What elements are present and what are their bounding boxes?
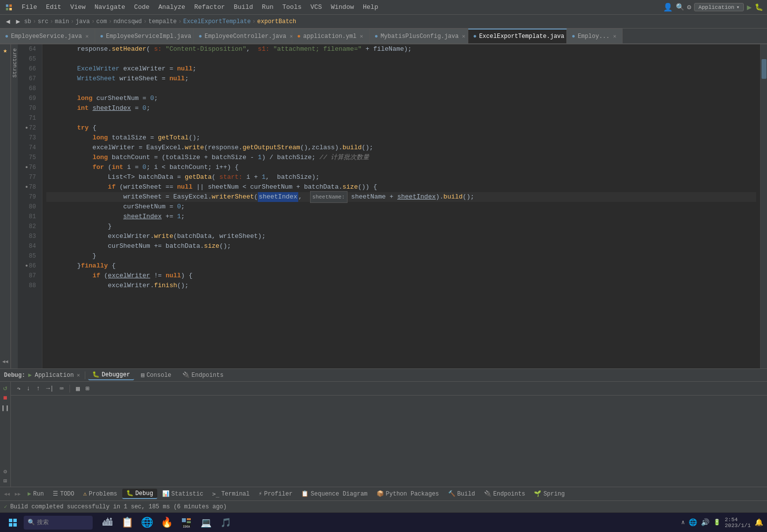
settings-icon[interactable]: ⚙	[687, 3, 691, 11]
tab-run[interactable]: ▶ Run	[24, 489, 48, 499]
frames-icon[interactable]: ▦	[74, 384, 82, 394]
run-to-cursor-icon[interactable]: →|	[44, 384, 56, 393]
bc-ndncsqwd[interactable]: ndncsqwd	[113, 18, 142, 25]
tab-sequence[interactable]: 📋 Sequence Diagram	[297, 489, 371, 499]
bc-main[interactable]: main	[55, 18, 69, 25]
status-icon: ✓	[4, 503, 7, 510]
tab-debug[interactable]: 🐛 Debug	[122, 489, 157, 499]
menu-run[interactable]: Run	[258, 2, 277, 12]
bc-com[interactable]: com	[96, 18, 107, 25]
bc-class[interactable]: ExcelExportTemplate	[183, 18, 251, 25]
taskbar-app-browser[interactable]: 🌐	[138, 514, 156, 532]
tab-excel-export[interactable]: ● ExcelExportTemplate.java ✕	[468, 29, 567, 43]
step-out-icon[interactable]: ↑	[35, 384, 42, 393]
run-tab-label: Run	[33, 491, 44, 498]
tab-application-yml[interactable]: ● application.yml ✕	[292, 29, 370, 43]
debug-left-sidebar: ↺ ■ ❙❙ ⚙ ⊞	[0, 382, 11, 487]
menu-vcs[interactable]: VCS	[307, 2, 326, 12]
start-button[interactable]	[4, 514, 22, 532]
taskbar-app-media[interactable]: 🎵	[217, 514, 235, 532]
debug-settings-icon[interactable]: ⚙	[3, 468, 7, 475]
code-text[interactable]: response.setHeader( s: "Content-Disposit…	[42, 44, 760, 368]
tab-spring[interactable]: 🌱 Spring	[530, 489, 568, 499]
favorites-icon[interactable]: ★	[3, 46, 7, 55]
menu-refactor[interactable]: Refactor	[190, 2, 229, 12]
menu-navigate[interactable]: Navigate	[91, 2, 129, 12]
close-tab-icon[interactable]: ✕	[461, 33, 466, 39]
tab-profiler[interactable]: ⚡ Profiler	[254, 489, 296, 499]
menu-build[interactable]: Build	[230, 2, 257, 12]
endpoints-tab[interactable]: 🔌 Endpoints	[178, 370, 228, 380]
taskbar-app-explorer[interactable]: 🏙	[99, 514, 116, 532]
close-tab-icon[interactable]: ✕	[359, 33, 364, 39]
tray-expand[interactable]: ∧	[681, 519, 685, 526]
notification-icon[interactable]: 🔔	[755, 518, 763, 527]
menu-file[interactable]: File	[18, 2, 41, 12]
menu-tools[interactable]: Tools	[279, 2, 306, 12]
tab-employee-service[interactable]: ● EmployeeService.java ✕	[0, 29, 95, 43]
close-debug-session-icon[interactable]: ✕	[77, 372, 80, 378]
tray-network[interactable]: 🌐	[689, 518, 697, 527]
expand-right[interactable]: ▶▶	[13, 490, 23, 498]
tab-problems[interactable]: ⚠ Problems	[79, 489, 121, 499]
tab-build[interactable]: 🔨 Build	[444, 489, 479, 499]
debug-session-icon[interactable]: ▶	[28, 371, 32, 379]
tab-employee-service-impl[interactable]: ● EmployeeServiceImpl.java ✕	[95, 29, 194, 43]
svg-rect-7	[13, 523, 17, 527]
step-into-icon[interactable]: ↓	[25, 384, 33, 393]
close-tab-icon[interactable]: ✕	[612, 33, 618, 39]
taskbar-app-fire[interactable]: 🔥	[158, 514, 175, 532]
close-tab-icon[interactable]: ✕	[84, 33, 90, 39]
bc-tempalte[interactable]: tempalte	[148, 18, 177, 25]
search-icon[interactable]: 🔍	[676, 3, 684, 11]
console-tab[interactable]: ▤ Console	[137, 370, 175, 380]
bc-java[interactable]: java	[75, 18, 90, 25]
menu-window[interactable]: Window	[327, 2, 358, 12]
menu-analyze[interactable]: Analyze	[154, 2, 189, 12]
tab-mybatis-config[interactable]: ● MybatisPlusConfig.java ✕	[370, 29, 468, 43]
run-button[interactable]: ▶	[747, 2, 752, 12]
menu-view[interactable]: View	[66, 2, 89, 12]
run-config-dropdown[interactable]: Application ▾	[694, 3, 744, 11]
evaluate-icon[interactable]: ⌨	[58, 384, 66, 394]
tray-battery[interactable]: 🔋	[713, 519, 721, 526]
debug-run-button[interactable]: 🐛	[755, 3, 763, 11]
taskbar-app-term[interactable]: 💻	[197, 514, 215, 532]
line-78: ●78	[18, 182, 39, 192]
debugger-tab[interactable]: 🐛 Debugger	[88, 370, 134, 380]
tab-python[interactable]: 📦 Python Packages	[373, 489, 443, 499]
expand-collapse-icon[interactable]: ◀◀	[2, 359, 8, 365]
bc-sb[interactable]: sb	[24, 18, 31, 25]
scrollbar-indicator[interactable]	[762, 59, 767, 79]
build-tab-icon: 🔨	[448, 490, 455, 498]
debug-layout-icon[interactable]: ⊞	[3, 477, 7, 485]
menu-help[interactable]: Help	[359, 2, 382, 12]
step-over-icon[interactable]: ↷	[15, 384, 23, 394]
tab-employee-controller[interactable]: ● EmployeeController.java ✕	[194, 29, 292, 43]
tab-todo[interactable]: ☰ TODO	[49, 489, 78, 499]
bc-method[interactable]: exportBatch	[257, 18, 296, 25]
taskbar-search[interactable]: 🔍 搜索	[24, 516, 93, 530]
bc-src[interactable]: src	[37, 18, 48, 25]
debug-pause-icon[interactable]: ❙❙	[1, 404, 9, 412]
tab-employ-more[interactable]: ● Employ... ✕	[567, 29, 623, 43]
structure-label[interactable]: Structure	[11, 46, 19, 79]
profile-icon[interactable]: 👤	[663, 2, 673, 12]
expand-collapse-all[interactable]: ◀◀	[2, 490, 12, 498]
tab-endpoints[interactable]: 🔌 Endpoints	[480, 489, 529, 499]
svg-rect-0	[6, 4, 8, 7]
taskbar-app-intellij[interactable]: IDEA	[177, 514, 195, 532]
taskbar-app-files[interactable]: 📋	[118, 514, 136, 532]
debug-restart-icon[interactable]: ↺	[3, 384, 7, 392]
variables-icon[interactable]: ⊞	[84, 384, 92, 394]
back-button[interactable]: ◀	[4, 16, 12, 27]
tray-volume[interactable]: 🔊	[701, 518, 709, 527]
tab-statistic[interactable]: 📊 Statistic	[158, 489, 208, 499]
forward-button[interactable]: ▶	[14, 16, 22, 27]
menu-code[interactable]: Code	[130, 2, 153, 12]
menu-edit[interactable]: Edit	[42, 2, 65, 12]
debug-session-label[interactable]: Application	[35, 372, 73, 379]
debug-stop-icon[interactable]: ■	[3, 394, 7, 402]
app-icon	[4, 2, 14, 12]
tab-terminal[interactable]: >_ Terminal	[208, 490, 253, 499]
